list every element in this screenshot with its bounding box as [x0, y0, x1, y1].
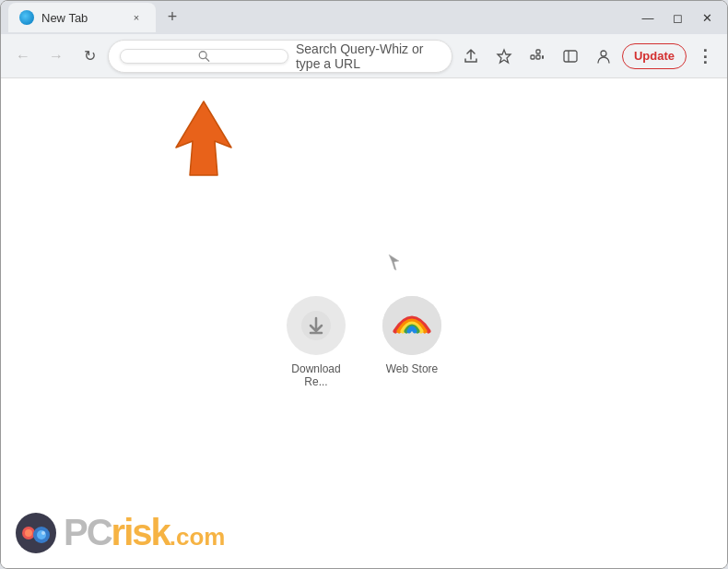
shortcut-download-re-label: Download Re...	[279, 362, 353, 388]
browser-toolbar: ← → ↻ Search Query-Whiz or type a URL	[1, 34, 727, 78]
svg-point-19	[41, 531, 45, 535]
extensions-button[interactable]	[523, 41, 552, 71]
toolbar-actions: Update ⋮	[456, 41, 720, 71]
back-button[interactable]: ←	[8, 41, 38, 71]
svg-marker-10	[176, 101, 231, 175]
shortcuts-area: Download Re... Web Store	[279, 296, 449, 388]
watermark: PC risk .com	[16, 512, 225, 553]
svg-rect-3	[531, 55, 534, 59]
browser-content: Download Re... Web Store	[1, 78, 727, 568]
svg-rect-7	[564, 51, 577, 62]
svg-rect-6	[542, 55, 544, 59]
shortcut-download-re-icon	[287, 296, 346, 355]
shortcut-web-store[interactable]: Web Store	[375, 296, 449, 375]
shortcut-download-re[interactable]: Download Re...	[279, 296, 353, 388]
svg-line-1	[205, 57, 209, 61]
svg-marker-2	[498, 50, 511, 63]
reload-button[interactable]: ↻	[75, 41, 104, 71]
address-bar[interactable]: Search Query-Whiz or type a URL	[108, 40, 452, 73]
shortcut-web-store-label: Web Store	[386, 362, 438, 375]
bookmark-button[interactable]	[489, 41, 519, 71]
arrow-annotation	[167, 97, 241, 180]
address-text: Search Query-Whiz or type a URL	[296, 41, 440, 71]
minimize-button[interactable]: —	[635, 5, 661, 30]
new-tab-button[interactable]: +	[159, 4, 185, 30]
svg-point-16	[25, 529, 32, 537]
tab-title: New Tab	[41, 11, 121, 25]
svg-point-9	[601, 51, 606, 56]
mouse-cursor	[388, 254, 399, 270]
update-button[interactable]: Update	[622, 43, 687, 69]
tab-favicon	[19, 10, 34, 25]
profile-button[interactable]	[589, 41, 618, 71]
share-button[interactable]	[456, 41, 486, 71]
forward-button[interactable]: →	[41, 41, 71, 71]
title-bar: New Tab × + — ◻ ✕	[1, 1, 727, 34]
search-icon	[120, 49, 288, 64]
svg-point-18	[37, 530, 46, 539]
watermark-logo-icon	[16, 513, 56, 553]
tab-close-button[interactable]: ×	[128, 9, 145, 26]
watermark-pc: PC	[64, 512, 112, 553]
svg-rect-4	[536, 50, 540, 53]
svg-rect-5	[536, 55, 540, 59]
close-button[interactable]: ✕	[694, 5, 720, 30]
window-controls: — ◻ ✕	[635, 5, 720, 30]
watermark-risk: risk	[112, 512, 170, 553]
browser-tab[interactable]: New Tab ×	[8, 3, 156, 32]
watermark-dotcom: .com	[170, 523, 226, 551]
browser-window: New Tab × + — ◻ ✕ ← → ↻ Search Query-Whi…	[0, 0, 728, 569]
shortcut-web-store-icon	[382, 296, 441, 355]
menu-button[interactable]: ⋮	[690, 41, 720, 71]
sidebar-button[interactable]	[556, 41, 585, 71]
maximize-button[interactable]: ◻	[664, 5, 690, 30]
